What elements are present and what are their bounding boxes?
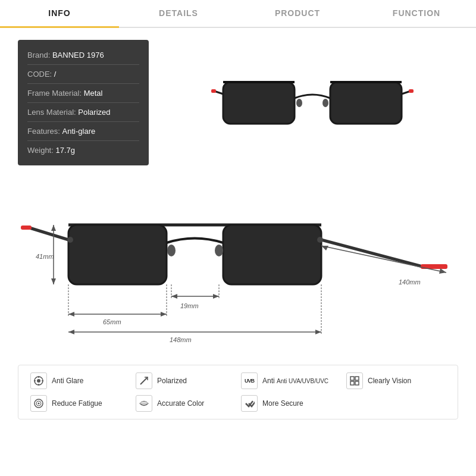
svg-line-10 xyxy=(30,228,68,240)
svg-rect-55 xyxy=(350,381,354,385)
info-table: Brand: BANNED 1976 CODE: / Frame Materia… xyxy=(18,40,149,165)
svg-rect-1 xyxy=(330,82,402,124)
feature-clearly-vision: Clearly Vision xyxy=(346,372,446,389)
weight-label: Weight: xyxy=(27,146,54,155)
brand-value: BANNED 1976 xyxy=(52,51,104,60)
product-image-top xyxy=(167,40,458,165)
svg-point-17 xyxy=(167,245,176,256)
svg-point-19 xyxy=(67,237,73,243)
info-row-brand: Brand: BANNED 1976 xyxy=(27,46,139,65)
tab-function[interactable]: FUNCTION xyxy=(357,0,476,27)
svg-marker-32 xyxy=(68,312,74,317)
svg-text:148mm: 148mm xyxy=(170,336,192,343)
svg-point-18 xyxy=(215,245,223,256)
reduce-fatigue-icon xyxy=(30,395,47,412)
svg-text:19mm: 19mm xyxy=(180,302,199,309)
nav-tabs: INFO DETAILS PRODUCT FUNCTION xyxy=(0,0,476,28)
uvb-icon: UVB xyxy=(241,372,258,389)
svg-text:140mm: 140mm xyxy=(399,278,421,286)
lens-value: Polarized xyxy=(78,108,110,117)
svg-line-42 xyxy=(321,246,446,273)
feature-accurate-color: Accurate Color xyxy=(136,395,235,412)
clearly-vision-icon xyxy=(346,372,363,389)
middle-section: 41mm 19mm 65mm 148mm xyxy=(18,177,458,356)
info-row-frame: Frame Material: Metal xyxy=(27,84,139,103)
svg-text:41mm: 41mm xyxy=(36,253,54,260)
svg-rect-8 xyxy=(211,89,216,93)
polarized-label: Polarized xyxy=(157,377,187,385)
features-label: Features: xyxy=(27,127,60,136)
svg-point-7 xyxy=(322,99,328,107)
tab-product[interactable]: PRODUCT xyxy=(238,0,357,27)
svg-marker-38 xyxy=(68,330,74,334)
feature-empty xyxy=(346,395,446,412)
feature-polarized: Polarized xyxy=(136,372,235,389)
info-row-lens: Lens Material: Polarized xyxy=(27,103,139,122)
code-value: / xyxy=(54,70,57,79)
info-row-weight: Weight: 17.7g xyxy=(27,141,139,159)
polarized-icon xyxy=(136,372,152,389)
glasses-dimension-image: 41mm 19mm 65mm 148mm xyxy=(18,180,458,353)
frame-label: Frame Material: xyxy=(27,89,82,98)
svg-rect-16 xyxy=(223,225,321,284)
tab-details[interactable]: DETAILS xyxy=(119,0,238,27)
glasses-top-image xyxy=(211,55,414,151)
info-row-code: CODE: / xyxy=(27,65,139,84)
uvb-label: Anti Anti UVA/UVB/UVC xyxy=(262,377,328,385)
more-secure-icon xyxy=(241,395,258,412)
tab-info[interactable]: INFO xyxy=(0,0,119,28)
svg-marker-26 xyxy=(171,294,177,299)
top-section: Brand: BANNED 1976 CODE: / Frame Materia… xyxy=(18,40,458,165)
brand-label: Brand: xyxy=(27,51,50,60)
svg-point-6 xyxy=(296,99,302,107)
svg-marker-39 xyxy=(315,330,321,334)
svg-marker-33 xyxy=(161,312,167,317)
svg-rect-15 xyxy=(68,225,167,284)
features-section: Anti Glare Polarized UVB Anti Anti UVA/U… xyxy=(18,365,458,419)
accurate-color-label: Accurate Color xyxy=(157,399,204,408)
svg-rect-0 xyxy=(223,82,295,124)
svg-rect-9 xyxy=(409,89,414,93)
svg-marker-23 xyxy=(51,278,56,284)
clearly-vision-label: Clearly Vision xyxy=(368,377,411,385)
weight-value: 17.7g xyxy=(55,146,75,155)
svg-line-52 xyxy=(140,377,148,384)
svg-point-47 xyxy=(37,379,40,383)
frame-value: Metal xyxy=(84,89,103,98)
svg-text:65mm: 65mm xyxy=(103,318,121,325)
svg-marker-22 xyxy=(51,225,56,231)
anti-glare-label: Anti Glare xyxy=(52,377,83,385)
feature-more-secure: More Secure xyxy=(241,395,340,412)
svg-point-59 xyxy=(38,403,40,405)
main-content: Brand: BANNED 1976 CODE: / Frame Materia… xyxy=(0,28,476,431)
svg-rect-56 xyxy=(355,381,359,385)
svg-marker-44 xyxy=(439,268,446,274)
feature-uvb: UVB Anti Anti UVA/UVB/UVC xyxy=(241,372,340,389)
svg-marker-27 xyxy=(213,294,219,299)
feature-reduce-fatigue: Reduce Fatigue xyxy=(30,395,130,412)
svg-point-20 xyxy=(317,237,323,243)
lens-label: Lens Material: xyxy=(27,108,76,117)
info-row-features: Features: Anti-glare xyxy=(27,122,139,141)
more-secure-label: More Secure xyxy=(262,399,303,408)
svg-line-12 xyxy=(321,240,422,267)
anti-glare-icon xyxy=(30,372,47,389)
code-label: CODE: xyxy=(27,70,52,79)
accurate-color-icon xyxy=(136,395,152,412)
svg-rect-53 xyxy=(350,377,354,380)
svg-rect-54 xyxy=(355,377,359,380)
reduce-fatigue-label: Reduce Fatigue xyxy=(52,399,102,408)
svg-rect-11 xyxy=(21,226,32,230)
features-value: Anti-glare xyxy=(62,127,96,136)
svg-marker-43 xyxy=(321,246,328,250)
feature-anti-glare: Anti Glare xyxy=(30,372,130,389)
